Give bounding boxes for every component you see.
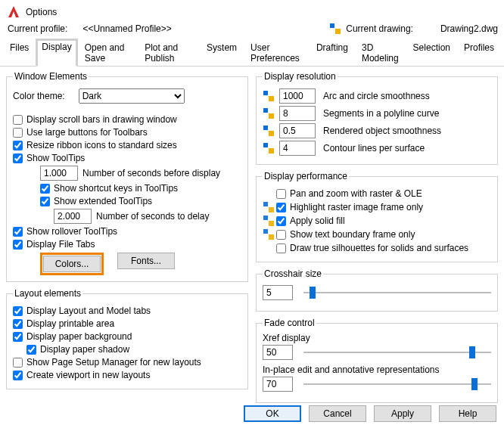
create-viewport-checkbox[interactable] [13,371,23,380]
colors-button[interactable]: Colors... [43,256,101,272]
shortcut-keys-checkbox[interactable] [40,184,50,194]
svg-rect-14 [269,221,274,226]
rendered-smoothness-input[interactable] [279,123,316,138]
svg-rect-8 [269,131,274,136]
svg-rect-16 [269,234,274,240]
xref-display-slider[interactable] [303,346,491,359]
large-buttons-checkbox[interactable] [13,128,23,138]
svg-rect-5 [263,108,268,113]
tab-user-preferences[interactable]: User Preferences [244,39,310,67]
tab-drafting[interactable]: Drafting [310,39,355,67]
tab-open-save[interactable]: Open and Save [78,39,138,67]
xref-display-input[interactable] [263,345,293,360]
crosshair-size-slider[interactable] [303,286,491,299]
paper-background-checkbox[interactable] [13,332,23,342]
display-resolution-group: Display resolution Arc and circle smooth… [256,71,498,165]
xref-display-label: Xref display [263,333,491,343]
resolution-icon [263,125,275,137]
pan-zoom-label: Pan and zoom with raster & OLE [290,188,422,199]
text-boundary-label: Show text boundary frame only [290,229,415,240]
inplace-edit-label: In-place edit and annotative representat… [263,364,491,375]
svg-rect-13 [263,216,268,220]
cancel-button[interactable]: Cancel [309,405,366,422]
show-tooltips-checkbox[interactable] [13,154,23,163]
extended-seconds-input[interactable] [54,209,92,224]
polyline-segments-input[interactable] [279,106,316,121]
crosshair-size-input[interactable] [263,285,293,300]
ok-button[interactable]: OK [244,405,301,422]
large-buttons-label: Use large buttons for Toolbars [26,127,148,138]
extended-tooltips-label: Show extended ToolTips [54,196,152,206]
resolution-icon [263,90,275,102]
resize-ribbon-label: Resize ribbon icons to standard sizes [26,140,177,150]
printable-area-label: Display printable area [26,318,114,329]
footer-buttons: OK Cancel Apply Help [244,405,496,422]
solid-fill-checkbox[interactable] [276,216,286,226]
svg-rect-15 [263,229,268,234]
paper-background-label: Display paper background [26,331,132,342]
rendered-smoothness-label: Rendered object smoothness [323,126,441,136]
titlebar: Options [0,0,504,21]
tab-selection[interactable]: Selection [406,39,457,67]
tab-display[interactable]: Display [36,39,77,67]
paper-shadow-checkbox[interactable] [26,345,36,355]
polyline-segments-label: Segments in a polyline curve [323,108,439,119]
scrollbars-checkbox[interactable] [13,115,23,125]
file-tabs-checkbox[interactable] [13,240,23,250]
resolution-icon [263,142,275,154]
arc-smoothness-input[interactable] [279,88,316,104]
rollover-tooltips-checkbox[interactable] [13,227,23,237]
colors-button-highlight: Colors... [40,253,104,275]
current-profile-value: <<Unnamed Profile>> [82,23,171,34]
svg-rect-3 [263,91,268,95]
blank-icon [263,188,275,200]
svg-rect-12 [269,207,274,212]
layout-tabs-checkbox[interactable] [13,306,23,316]
current-drawing-value: Drawing2.dwg [440,23,498,34]
crosshair-legend: Crosshair size [263,268,323,279]
window-elements-group: Window Elements Color theme: Dark Displa… [6,71,248,282]
display-resolution-legend: Display resolution [263,71,338,82]
page-setup-label: Show Page Setup Manager for new layouts [26,357,201,368]
tab-files[interactable]: Files [3,39,36,67]
contour-lines-input[interactable] [279,141,316,156]
tab-3d-modeling[interactable]: 3D Modeling [355,39,406,67]
tooltip-seconds-input[interactable] [40,166,78,181]
resize-ribbon-checkbox[interactable] [13,141,23,150]
inplace-edit-slider[interactable] [303,377,491,391]
fonts-button[interactable]: Fonts... [117,253,175,269]
file-tabs-label: Display File Tabs [26,239,95,250]
tab-profiles[interactable]: Profiles [457,39,501,67]
help-button[interactable]: Help [439,405,496,422]
tab-system[interactable]: System [200,39,244,67]
current-profile-label: Current profile: [8,23,67,34]
color-theme-label: Color theme: [13,91,65,101]
text-boundary-checkbox[interactable] [276,230,286,240]
svg-rect-9 [263,143,268,147]
color-theme-select[interactable]: Dark [79,88,185,104]
silhouettes-label: Draw true silhouettes for solids and sur… [290,243,468,253]
current-drawing-label: Current drawing: [346,23,413,34]
app-logo-icon [5,3,23,21]
inplace-edit-input[interactable] [263,377,293,392]
svg-rect-1 [330,23,334,28]
tab-plot-publish[interactable]: Plot and Publish [138,39,200,67]
printable-area-checkbox[interactable] [13,319,23,329]
extended-tooltips-checkbox[interactable] [40,197,50,206]
performance-icon [263,201,275,213]
page-setup-checkbox[interactable] [13,358,23,368]
arc-smoothness-label: Arc and circle smoothness [323,91,430,101]
extended-seconds-label: Number of seconds to delay [96,211,209,222]
pan-zoom-checkbox[interactable] [276,189,286,199]
silhouettes-checkbox[interactable] [276,243,286,253]
svg-rect-4 [269,96,274,101]
performance-icon [263,215,275,227]
crosshair-size-group: Crosshair size [256,268,498,312]
display-performance-group: Display performance Pan and zoom with ra… [256,171,498,262]
contour-lines-label: Contour lines per surface [323,143,425,154]
highlight-raster-checkbox[interactable] [276,203,286,212]
fade-control-group: Fade control Xref display In-place edit … [256,318,498,403]
svg-rect-11 [263,202,268,206]
apply-button[interactable]: Apply [374,405,431,422]
highlight-raster-label: Highlight raster image frame only [290,202,423,212]
